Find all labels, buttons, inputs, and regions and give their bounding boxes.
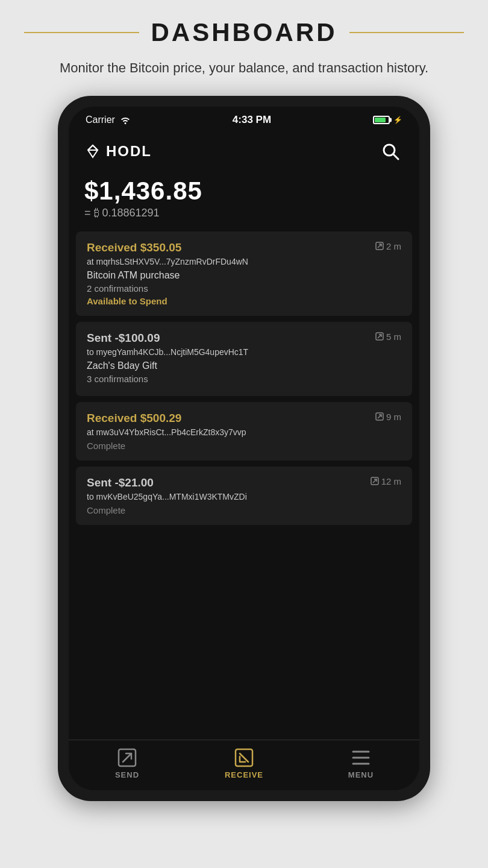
- status-bar: Carrier 4:33 PM ⚡: [69, 107, 419, 130]
- app-content: HODL $1,436.85 = ₿ 0.18861291: [69, 130, 419, 790]
- svg-line-2: [88, 145, 93, 150]
- tx-confirmations: 3 confirmations: [87, 374, 401, 384]
- menu-label: MENU: [348, 770, 374, 779]
- btc-prefix: = ₿: [84, 207, 99, 219]
- sent-arrow-icon: [371, 477, 379, 485]
- carrier-label: Carrier: [86, 115, 115, 125]
- menu-icon: [351, 747, 371, 768]
- btc-value: 0.18861291: [102, 207, 160, 219]
- tx-amount: Received $350.05: [87, 241, 181, 254]
- header-line-right: [349, 32, 465, 33]
- tx-amount: Received $500.29: [87, 412, 181, 425]
- tx-address: to myegYamh4KCJb...NcjtiM5G4upevHc1T: [87, 347, 401, 357]
- balance-section: $1,436.85 = ₿ 0.18861291: [69, 172, 419, 231]
- battery-icon: [373, 116, 390, 124]
- svg-line-17: [240, 753, 248, 762]
- hodl-logo: HODL: [84, 143, 152, 160]
- tx-status: Complete: [87, 441, 401, 451]
- tx-status: Available to Spend: [87, 296, 401, 306]
- received-arrow-icon: [375, 242, 384, 250]
- nav-menu[interactable]: MENU: [302, 747, 419, 779]
- received-arrow-icon: [375, 412, 384, 421]
- tx-row-top: Sent -$100.09 5 m: [87, 332, 401, 345]
- svg-marker-0: [88, 145, 98, 157]
- search-button[interactable]: [377, 138, 404, 165]
- nav-receive[interactable]: RECEIVE: [186, 747, 302, 779]
- hodl-logo-icon: [84, 144, 101, 159]
- bottom-nav: SEND RECEIVE: [69, 740, 419, 790]
- tx-label: Zach's Bday Gift: [87, 360, 401, 371]
- svg-line-3: [93, 145, 98, 150]
- tx-row-top: Received $350.05 2 m: [87, 241, 401, 254]
- status-time: 4:33 PM: [233, 114, 271, 126]
- transaction-list: Received $350.05 2 m at mqrhsLStHXV5V...…: [69, 231, 419, 740]
- app-header: HODL: [69, 130, 419, 172]
- balance-usd: $1,436.85: [84, 177, 404, 206]
- svg-line-11: [378, 415, 381, 418]
- svg-line-9: [378, 335, 381, 338]
- tx-row-top: Sent -$21.00 12 m: [87, 476, 401, 489]
- search-icon: [381, 142, 400, 161]
- balance-btc: = ₿ 0.18861291: [84, 207, 404, 219]
- hodl-text: HODL: [106, 143, 152, 160]
- tx-time: 2 m: [375, 241, 401, 251]
- status-right: ⚡: [373, 116, 402, 124]
- tx-time: 5 m: [375, 332, 401, 342]
- page-subtitle: Monitor the Bitcoin price, your balance,…: [11, 53, 477, 96]
- svg-line-5: [393, 154, 398, 159]
- send-label: SEND: [115, 770, 139, 779]
- tx-row-top: Received $500.29 9 m: [87, 412, 401, 425]
- phone-inner: Carrier 4:33 PM ⚡: [69, 107, 419, 790]
- tx-time: 9 m: [375, 412, 401, 422]
- battery-fill: [375, 118, 386, 122]
- wifi-icon: [120, 116, 131, 124]
- tx-status: Complete: [87, 505, 401, 515]
- transaction-item[interactable]: Received $350.05 2 m at mqrhsLStHXV5V...…: [76, 231, 412, 316]
- header-line-left: [24, 32, 139, 33]
- send-icon: [117, 747, 137, 768]
- transaction-item[interactable]: Sent -$100.09 5 m to myegYamh4KCJb...Ncj…: [76, 322, 412, 396]
- tx-amount: Sent -$100.09: [87, 332, 160, 345]
- status-left: Carrier: [86, 115, 131, 125]
- svg-line-15: [123, 753, 131, 762]
- tx-address: at mqrhsLStHXV5V...7yZnzmRvDrFDu4wN: [87, 257, 401, 266]
- tx-amount: Sent -$21.00: [87, 476, 154, 489]
- tx-address: to mvKvBeU25gqYa...MTMxi1W3KTMvZDi: [87, 492, 401, 502]
- bolt-icon: ⚡: [393, 116, 402, 124]
- tx-confirmations: 2 confirmations: [87, 283, 401, 294]
- tx-label: Bitcoin ATM purchase: [87, 270, 401, 281]
- receive-icon: [234, 747, 254, 768]
- page-header: DASHBOARD: [0, 0, 488, 53]
- phone-shell: Carrier 4:33 PM ⚡: [58, 96, 430, 801]
- transaction-item[interactable]: Sent -$21.00 12 m to mvKvBeU25gqYa...MTM…: [76, 467, 412, 525]
- receive-label: RECEIVE: [225, 770, 263, 779]
- tx-address: at mw3uV4YbxRisCt...Pb4cErkZt8x3y7vvp: [87, 427, 401, 437]
- transaction-item[interactable]: Received $500.29 9 m at mw3uV4YbxRisCt..…: [76, 402, 412, 461]
- tx-time: 12 m: [371, 476, 401, 486]
- svg-line-13: [373, 479, 377, 483]
- svg-line-7: [378, 244, 381, 248]
- page-title: DASHBOARD: [151, 18, 337, 47]
- sent-arrow-icon: [375, 332, 384, 341]
- nav-send[interactable]: SEND: [69, 747, 186, 779]
